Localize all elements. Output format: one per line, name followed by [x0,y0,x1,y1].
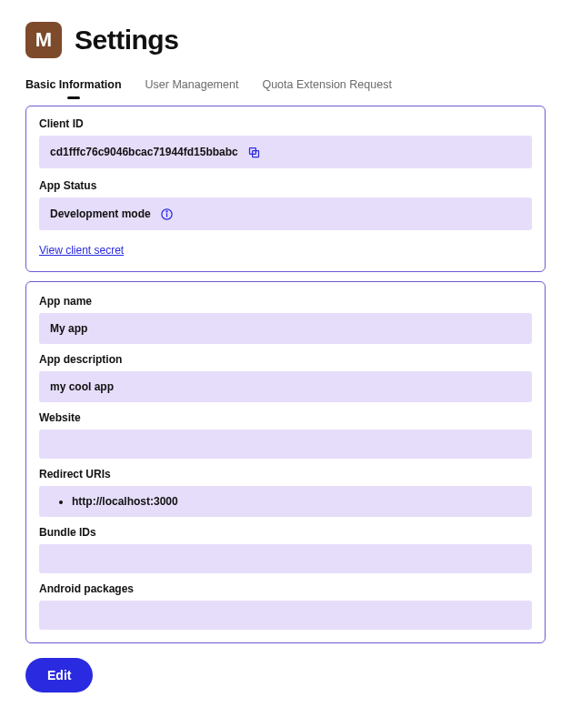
app-description-field: my cool app [39,371,532,402]
tabs: Basic Information User Management Quota … [25,78,546,93]
client-id-label: Client ID [39,117,532,130]
page-title: Settings [75,25,178,56]
app-name-value: My app [50,322,87,335]
app-status-field: Development mode [39,197,532,230]
bundle-ids-field [39,544,532,573]
redirect-uri-item: http://localhost:3000 [72,495,178,508]
tab-basic-information[interactable]: Basic Information [25,78,122,93]
bundle-ids-label: Bundle IDs [39,526,532,539]
view-client-secret-link[interactable]: View client secret [39,244,124,257]
client-id-field: cd1fffc76c9046bcac71944fd15bbabc [39,136,532,168]
app-name-label: App name [39,295,532,308]
client-id-value: cd1fffc76c9046bcac71944fd15bbabc [50,146,238,158]
edit-button[interactable]: Edit [25,658,93,693]
svg-point-4 [166,210,167,211]
website-label: Website [39,411,532,424]
copy-icon[interactable] [247,145,262,159]
app-status-label: App Status [39,179,532,192]
info-icon[interactable] [160,207,175,221]
android-packages-label: Android packages [39,582,532,595]
redirect-uris-label: Redirect URIs [39,468,532,480]
app-logo-letter: M [35,28,52,52]
panel-credentials: Client ID cd1fffc76c9046bcac71944fd15bba… [25,106,546,272]
page-header: M Settings [25,22,546,58]
android-packages-field [39,601,532,630]
tab-user-management[interactable]: User Management [145,78,239,93]
website-field [39,430,532,459]
app-description-value: my cool app [50,380,114,393]
app-logo: M [25,22,62,58]
app-status-value: Development mode [50,207,151,220]
app-description-label: App description [39,353,532,366]
redirect-uris-field: http://localhost:3000 [39,486,532,517]
tab-quota-extension-request[interactable]: Quota Extension Request [262,78,391,93]
app-name-field: My app [39,313,532,344]
panel-app-details: App name My app App description my cool … [25,281,546,643]
